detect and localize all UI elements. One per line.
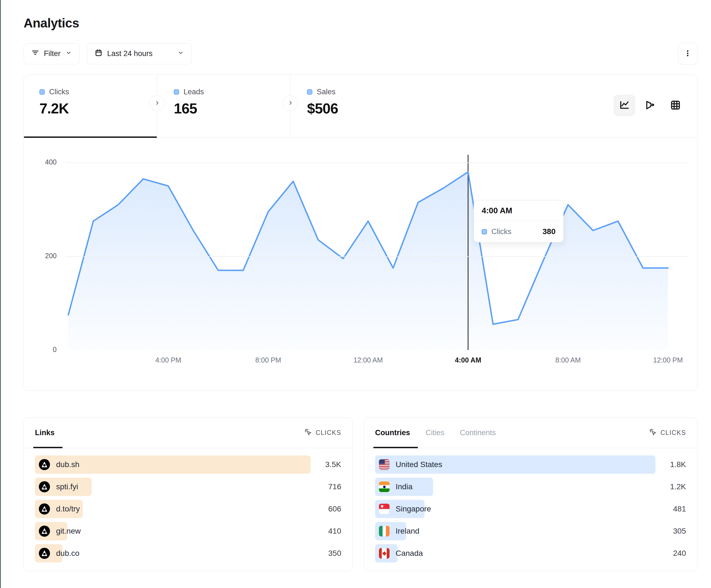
country-row[interactable]: Singapore 481: [375, 500, 686, 518]
link-clicks-value: 716: [328, 482, 341, 491]
tab-links[interactable]: Links: [35, 418, 55, 448]
link-domain: git.new: [56, 527, 81, 536]
x-axis-label: 12:00 PM: [653, 356, 683, 364]
link-row[interactable]: spti.fyi 716: [35, 478, 341, 496]
country-name: Ireland: [395, 527, 419, 536]
country-flag-icon: [379, 526, 389, 537]
funnel-chart-icon: [644, 99, 656, 112]
tab-cities[interactable]: Cities: [426, 418, 445, 448]
gridline: [66, 162, 689, 163]
country-flag-icon: [379, 504, 389, 514]
x-axis-label: 12:00 AM: [353, 356, 383, 364]
tab-leads[interactable]: Leads 165: [157, 75, 290, 137]
link-domain: spti.fyi: [56, 482, 78, 491]
filter-button-label: Filter: [44, 49, 61, 58]
country-name: India: [395, 482, 413, 491]
tab-sales[interactable]: Sales $506: [290, 75, 424, 137]
chevron-right-icon: [287, 99, 294, 107]
table-view-icon: [670, 99, 681, 112]
stat-value: 7.2K: [39, 100, 157, 117]
dub-favicon-icon: [39, 459, 50, 470]
expand-leads-button[interactable]: [283, 95, 298, 111]
filter-button[interactable]: Filter: [24, 43, 80, 64]
country-clicks-value: 481: [673, 504, 686, 513]
gridline: [66, 256, 689, 257]
metric-label: CLICKS: [661, 429, 686, 436]
stat-label: Clicks: [49, 88, 69, 96]
link-domain: dub.co: [56, 549, 80, 558]
expand-clicks-button[interactable]: [149, 95, 165, 111]
tooltip-series-value: 380: [542, 227, 556, 236]
stat-label: Sales: [317, 88, 336, 96]
clicks-legend-square: [482, 229, 487, 234]
country-clicks-value: 1.2K: [670, 482, 686, 491]
filter-icon: [31, 48, 39, 59]
tab-clicks[interactable]: Clicks 7.2K: [24, 75, 157, 137]
analytics-chart-card: Clicks 7.2K Leads 165 Sales $506: [24, 75, 697, 391]
country-name: Canada: [395, 549, 423, 558]
y-axis-label: 0: [24, 345, 57, 354]
geo-panel: Countries Cities Continents CLICKS Unite…: [364, 417, 697, 571]
chevron-down-icon: [177, 49, 184, 58]
page-title: Analytics: [24, 16, 697, 30]
kebab-menu-icon: [684, 49, 692, 58]
clicks-time-series-chart[interactable]: 4:00 AM Clicks 380 40020004:00 PM8:00 PM…: [24, 138, 697, 390]
country-clicks-value: 1.8K: [670, 460, 686, 469]
date-range-button[interactable]: Last 24 hours: [87, 43, 192, 64]
country-row[interactable]: Ireland 305: [375, 522, 686, 540]
link-domain: dub.sh: [56, 460, 80, 469]
cursor-click-icon: [304, 428, 312, 438]
link-clicks-value: 350: [328, 549, 341, 558]
link-row[interactable]: dub.sh 3.5K: [35, 455, 341, 474]
country-flag-icon: [379, 548, 389, 559]
y-axis-label: 200: [24, 252, 57, 260]
links-rows: dub.sh 3.5K spti.fyi 716 d.to/try 606: [24, 448, 352, 571]
x-axis-label: 4:00 PM: [155, 356, 181, 364]
tab-countries[interactable]: Countries: [375, 418, 410, 448]
x-axis-label: 4:00 AM: [455, 356, 481, 364]
country-row[interactable]: Canada 240: [375, 544, 686, 563]
tooltip-time: 4:00 AM: [474, 201, 563, 221]
stat-value: $506: [307, 100, 424, 117]
country-clicks-value: 305: [673, 527, 686, 536]
leads-legend-square: [174, 89, 179, 95]
dub-favicon-icon: [39, 481, 50, 492]
table-view-button[interactable]: [665, 95, 686, 116]
country-name: Singapore: [395, 504, 431, 513]
country-row[interactable]: India 1.2K: [375, 478, 686, 496]
geo-metric-badge[interactable]: CLICKS: [649, 428, 686, 438]
tooltip-series-label: Clicks: [491, 227, 511, 236]
line-chart-view-button[interactable]: [614, 95, 635, 116]
x-axis-label: 8:00 AM: [555, 356, 581, 364]
tab-continents[interactable]: Continents: [460, 418, 496, 448]
link-clicks-value: 606: [328, 504, 341, 513]
chevron-right-icon: [153, 99, 161, 107]
dub-favicon-icon: [39, 503, 50, 515]
link-row[interactable]: dub.co 350: [35, 544, 341, 563]
date-range-label: Last 24 hours: [107, 49, 153, 58]
clicks-legend-square: [39, 89, 45, 95]
tooltip-series-row: Clicks 380: [474, 221, 563, 242]
link-row[interactable]: d.to/try 606: [35, 500, 341, 518]
y-axis-label: 400: [24, 158, 57, 166]
link-row[interactable]: git.new 410: [35, 522, 341, 540]
chevron-down-icon: [65, 49, 72, 58]
link-clicks-value: 3.5K: [325, 460, 341, 469]
dub-favicon-icon: [39, 548, 50, 559]
funnel-view-button[interactable]: [639, 95, 661, 116]
stat-value: 165: [174, 100, 290, 117]
sales-legend-square: [307, 89, 312, 95]
country-name: United States: [395, 460, 442, 469]
toolbar: Filter Last 24 hours: [24, 43, 697, 65]
x-axis-label: 8:00 PM: [255, 356, 281, 364]
cursor-click-icon: [649, 428, 657, 438]
links-metric-badge[interactable]: CLICKS: [304, 428, 341, 438]
stats-tabs-row: Clicks 7.2K Leads 165 Sales $506: [24, 75, 697, 138]
country-row[interactable]: United States 1.8K: [375, 455, 686, 474]
country-flag-icon: [379, 481, 389, 492]
link-clicks-value: 410: [328, 527, 341, 536]
dub-favicon-icon: [39, 526, 50, 537]
calendar-icon: [94, 48, 103, 59]
line-chart-icon: [619, 99, 630, 112]
more-options-button[interactable]: [678, 43, 697, 65]
